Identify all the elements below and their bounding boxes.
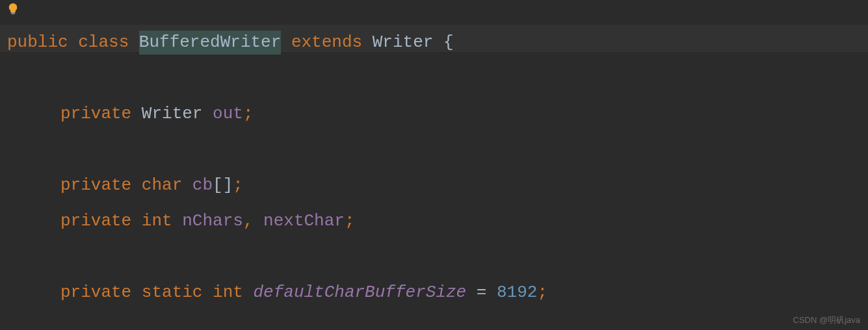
keyword: static: [142, 281, 203, 304]
space: [486, 281, 497, 304]
code-line-empty: [7, 239, 868, 275]
brackets: []: [213, 173, 233, 197]
space: [281, 31, 291, 54]
svg-rect-1: [12, 14, 15, 14]
semicolon: ;: [537, 281, 547, 304]
space: [243, 281, 254, 304]
keyword: class: [78, 31, 129, 54]
code-editor[interactable]: public class BufferedWriter extends Writ…: [0, 0, 868, 311]
space: [433, 31, 443, 54]
code-line: private int nChars, nextChar;: [7, 203, 868, 239]
space: [131, 281, 142, 304]
type: int: [142, 209, 172, 233]
superclass: Writer: [373, 31, 434, 54]
svg-rect-0: [11, 12, 15, 14]
semicolon: ;: [243, 102, 254, 125]
keyword: private: [60, 173, 131, 197]
class-name: BufferedWriter: [139, 31, 281, 54]
keyword: extends: [291, 31, 362, 54]
code-line: private Writer out;: [7, 96, 868, 132]
space: [253, 209, 263, 233]
space: [182, 173, 192, 197]
field: cb: [192, 173, 213, 197]
comma: ,: [243, 209, 254, 233]
space: [68, 31, 79, 54]
field: nextChar: [263, 209, 345, 233]
lightbulb-icon[interactable]: [7, 1, 20, 14]
semicolon: ;: [345, 209, 355, 233]
space: [131, 209, 142, 233]
keyword: private: [60, 209, 131, 233]
code-line: private static int defaultCharBufferSize…: [7, 275, 868, 311]
space: [131, 173, 142, 197]
space: [202, 281, 213, 304]
space: [131, 102, 142, 125]
space: [202, 102, 213, 125]
watermark: CSDN @明矾java: [793, 314, 861, 326]
keyword: private: [60, 281, 131, 304]
field: nChars: [182, 209, 243, 233]
keyword: public: [7, 31, 68, 54]
type: char: [142, 173, 182, 197]
space: [466, 281, 477, 304]
semicolon: ;: [233, 173, 243, 197]
code-line: private char cb[];: [7, 168, 868, 203]
number-literal: 8192: [497, 281, 537, 304]
equals: =: [477, 281, 487, 304]
static-field: defaultCharBufferSize: [253, 281, 466, 304]
code-line-empty: [7, 132, 868, 168]
type: int: [213, 281, 243, 304]
code-line: public class BufferedWriter extends Writ…: [7, 25, 868, 60]
space: [172, 209, 183, 233]
gutter: [7, 1, 20, 21]
type: Writer: [142, 102, 203, 125]
field: out: [213, 102, 243, 125]
space: [362, 31, 373, 54]
space: [129, 31, 139, 54]
brace: {: [443, 31, 454, 54]
code-line-empty: [7, 60, 868, 96]
keyword: private: [60, 102, 131, 125]
